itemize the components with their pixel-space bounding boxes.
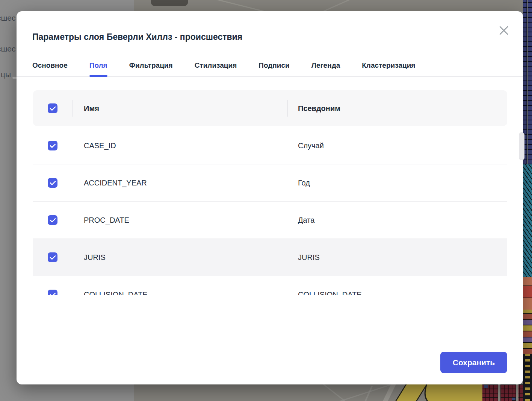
row-checkbox[interactable] <box>48 178 57 188</box>
layer-name-fragment: сшес <box>0 14 16 23</box>
dialog-title: Параметры слоя Беверли Хиллз - происшест… <box>32 32 242 42</box>
field-alias: Случай <box>298 141 324 150</box>
check-icon <box>50 142 56 148</box>
field-alias: COLLISION_DATE <box>298 290 362 295</box>
check-icon <box>50 291 56 295</box>
field-name: ACCIDENT_YEAR <box>84 179 147 187</box>
map-parcel-yellow <box>421 384 488 401</box>
tab-7[interactable]: Кластеризация <box>362 58 415 76</box>
map-background-right <box>523 0 532 401</box>
column-divider <box>287 100 288 117</box>
row-checkbox[interactable] <box>48 290 57 295</box>
field-name: PROC_DATE <box>84 216 129 225</box>
column-divider <box>73 100 73 117</box>
save-button[interactable]: Сохранить <box>440 352 507 373</box>
layer-settings-dialog: Параметры слоя Беверли Хиллз - происшест… <box>17 11 523 384</box>
field-alias: JURIS <box>298 253 320 262</box>
tab-3[interactable]: Фильтрация <box>129 58 173 76</box>
field-name: COLLISION_DATE <box>84 290 148 295</box>
map-background-top <box>134 0 523 11</box>
tab-2[interactable]: Поля <box>89 58 107 76</box>
table-row[interactable]: CASE_IDСлучай <box>33 127 507 164</box>
row-checkbox[interactable] <box>48 252 57 262</box>
field-alias: Год <box>298 179 310 187</box>
scrollbar-thumb[interactable] <box>519 132 524 160</box>
map-parcel-yellow <box>391 384 428 401</box>
layer-name-fragment: цы <box>1 70 11 79</box>
map-parcels-mixed <box>523 310 532 354</box>
check-icon <box>50 105 56 111</box>
map-parcels-salmon <box>523 277 532 310</box>
footer-divider <box>17 340 523 340</box>
map-parcels-dark <box>523 354 532 401</box>
table-row[interactable]: PROC_DATEДата <box>33 202 507 239</box>
map-street <box>305 384 350 401</box>
field-name: JURIS <box>84 253 106 262</box>
table-row[interactable]: ACCIDENT_YEARГод <box>33 164 507 202</box>
map-background-bottom <box>134 384 532 401</box>
table-header: Имя Псевдоним <box>33 90 507 126</box>
map-building <box>151 0 188 6</box>
tab-4[interactable]: Стилизация <box>195 58 237 76</box>
tab-6[interactable]: Легенда <box>311 58 340 76</box>
field-name: CASE_ID <box>84 141 116 150</box>
check-icon <box>50 254 56 260</box>
tabs: ОсновноеПоляФильтрацияСтилизацияПодписиЛ… <box>17 58 523 77</box>
row-checkbox[interactable] <box>48 141 57 150</box>
map-street <box>191 0 286 11</box>
column-header-alias: Псевдоним <box>298 104 340 112</box>
column-header-name: Имя <box>84 104 99 112</box>
map-parcel-blue <box>512 397 516 401</box>
field-alias: Дата <box>298 216 314 225</box>
row-checkbox[interactable] <box>48 215 57 225</box>
tab-5[interactable]: Подписи <box>258 58 289 76</box>
map-street <box>313 0 375 11</box>
layer-name-fragment: сшес <box>0 44 16 53</box>
field-rows: CASE_IDСлучайACCIDENT_YEARГодPROC_DATEДа… <box>33 127 507 295</box>
table-row[interactable]: COLLISION_DATECOLLISION_DATE <box>33 276 507 295</box>
check-icon <box>50 179 56 185</box>
map-parcel-blue <box>484 385 488 388</box>
table-row[interactable]: JURISJURIS <box>33 239 507 276</box>
map-parcels-teal <box>523 164 532 277</box>
check-icon <box>50 216 56 223</box>
app-screen: сшес сшес цы Параметры слоя Беверли Хилл… <box>0 0 532 401</box>
select-all-checkbox[interactable] <box>48 103 57 113</box>
tab-1[interactable]: Основное <box>32 58 68 76</box>
close-icon[interactable] <box>497 24 510 37</box>
